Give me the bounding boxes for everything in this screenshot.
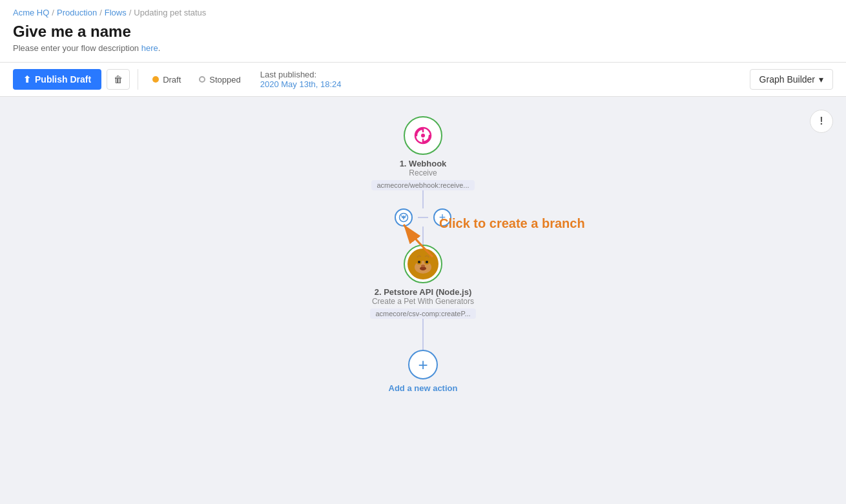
delete-button[interactable]: 🗑 [107,69,130,90]
breadcrumb-production[interactable]: Production [57,8,97,17]
canvas: ! 1. Webhook Receive acmecore/webhook:re… [0,97,846,504]
stopped-status-badge: Stopped [192,72,247,87]
trash-icon: 🗑 [114,74,123,85]
page-subtitle: Please enter your flow description here. [13,43,833,53]
graph-builder-button[interactable]: Graph Builder ▾ [750,69,833,90]
stopped-dot [199,76,205,83]
toolbar: ⬆ Publish Draft 🗑 Draft Stopped Last pub… [0,63,846,97]
breadcrumb-sep1: / [52,8,54,17]
toolbar-divider [138,69,138,90]
breadcrumb-current: Updating pet status [134,8,206,17]
draft-label: Draft [163,75,181,85]
webhook-node-label: 1. Webhook [400,159,447,168]
petstore-node-tag: acmecore/csv-comp:createP... [370,308,475,319]
stopped-label: Stopped [209,75,240,85]
info-icon: ! [820,116,823,127]
last-published: Last published: 2020 May 13th, 18:24 [260,70,342,89]
graph-builder-label: Graph Builder [759,74,815,85]
branch-annotation: Click to create a branch [439,216,585,231]
branch-arrow-annotation [362,199,491,276]
header-section: Acme HQ / Production / Flows / Updating … [0,0,846,63]
last-published-label: Last published: [260,70,316,79]
upload-icon: ⬆ [23,74,31,85]
svg-point-1 [421,134,425,137]
breadcrumb: Acme HQ / Production / Flows / Updating … [13,8,833,17]
draft-status-badge: Draft [146,72,187,87]
webhook-node: 1. Webhook Receive acmecore/webhook:rece… [371,116,474,190]
publish-draft-button[interactable]: ⬆ Publish Draft [13,69,101,90]
add-action-node: + Add a new action [389,350,458,393]
breadcrumb-sep3: / [129,8,132,17]
webhook-node-tag: acmecore/webhook:receive... [371,180,474,190]
webhook-node-circle[interactable] [404,116,442,155]
breadcrumb-sep2: / [99,8,102,17]
breadcrumb-acme[interactable]: Acme HQ [13,8,49,17]
petstore-node-label: 2. Petstore API (Node.js) [375,287,472,297]
annotation-text: Click to create a branch [439,216,585,231]
petstore-node-sublabel: Create a Pet With Generators [372,297,474,306]
breadcrumb-flows[interactable]: Flows [105,8,127,17]
webhook-node-sublabel: Receive [409,168,437,177]
add-action-button[interactable]: + [408,350,438,379]
page-title: Give me a name [13,23,833,41]
last-published-date: 2020 May 13th, 18:24 [260,79,342,89]
add-action-plus-icon: + [418,355,428,375]
add-action-label: Add a new action [389,383,458,393]
webhook-icon [412,125,434,146]
connector-3 [422,319,424,350]
draft-dot [152,76,159,83]
subtitle-link[interactable]: here [141,43,158,53]
chevron-down-icon: ▾ [819,74,823,85]
info-button[interactable]: ! [810,110,833,133]
